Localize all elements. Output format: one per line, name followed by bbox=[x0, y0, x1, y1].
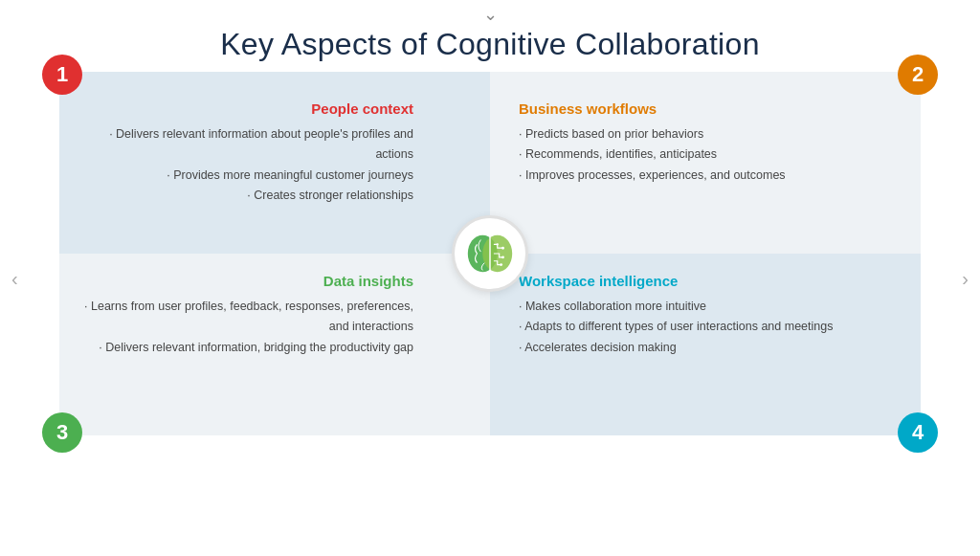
list-item: Delivers relevant information, bridging … bbox=[82, 338, 413, 358]
list-item: Predicts based on prior behaviors bbox=[519, 124, 898, 145]
svg-point-3 bbox=[501, 247, 504, 250]
quadrant-workspace-intelligence: Workspace intelligence Makes collaborati… bbox=[490, 254, 921, 435]
page-wrapper: ⌄ Key Aspects of Cognitive Collaboration… bbox=[0, 0, 980, 556]
next-button[interactable]: › bbox=[954, 259, 976, 297]
list-item: Creates stronger relationships bbox=[82, 186, 413, 206]
quadrant-grid: 1 2 3 4 People context Delivers relevant… bbox=[59, 72, 921, 435]
quadrant-data-insights: Data insights Learns from user profiles,… bbox=[59, 254, 490, 435]
data-insights-list: Learns from user profiles, feedback, res… bbox=[82, 297, 413, 358]
list-item: Accelerates decision making bbox=[519, 338, 898, 358]
list-item: Provides more meaningful customer journe… bbox=[82, 166, 413, 186]
list-item: Makes collaboration more intuitive bbox=[519, 297, 898, 317]
list-item: Adapts to different types of user intera… bbox=[519, 317, 898, 337]
badge-4: 4 bbox=[898, 412, 938, 453]
business-workflows-title: Business workflows bbox=[519, 100, 898, 117]
svg-point-5 bbox=[500, 263, 502, 266]
list-item: Recommends, identifies, anticipates bbox=[519, 145, 898, 165]
list-item: Delivers relevant information about peop… bbox=[82, 124, 413, 166]
list-item: Learns from user profiles, feedback, res… bbox=[82, 297, 413, 338]
people-context-title: People context bbox=[82, 100, 413, 117]
prev-button[interactable]: ‹ bbox=[4, 259, 26, 297]
business-workflows-list: Predicts based on prior behaviors Recomm… bbox=[519, 124, 898, 186]
brain-icon bbox=[452, 215, 528, 292]
badge-1: 1 bbox=[42, 55, 82, 95]
data-insights-title: Data insights bbox=[82, 273, 413, 289]
quadrant-business-workflows: Business workflows Predicts based on pri… bbox=[490, 72, 921, 254]
svg-point-4 bbox=[501, 256, 504, 258]
svg-point-6 bbox=[497, 243, 499, 245]
workspace-intelligence-list: Makes collaboration more intuitive Adapt… bbox=[519, 297, 898, 358]
badge-2: 2 bbox=[898, 55, 938, 95]
badge-3: 3 bbox=[42, 412, 82, 453]
workspace-intelligence-title: Workspace intelligence bbox=[519, 273, 898, 289]
list-item: Improves processes, experiences, and out… bbox=[519, 166, 898, 186]
quadrant-people-context: People context Delivers relevant informa… bbox=[59, 72, 490, 254]
page-title: Key Aspects of Cognitive Collaboration bbox=[220, 27, 760, 62]
quadrant-grid-container: 1 2 3 4 People context Delivers relevant… bbox=[59, 72, 921, 435]
chevron-icon: ⌄ bbox=[483, 6, 498, 23]
people-context-list: Delivers relevant information about peop… bbox=[82, 124, 413, 206]
